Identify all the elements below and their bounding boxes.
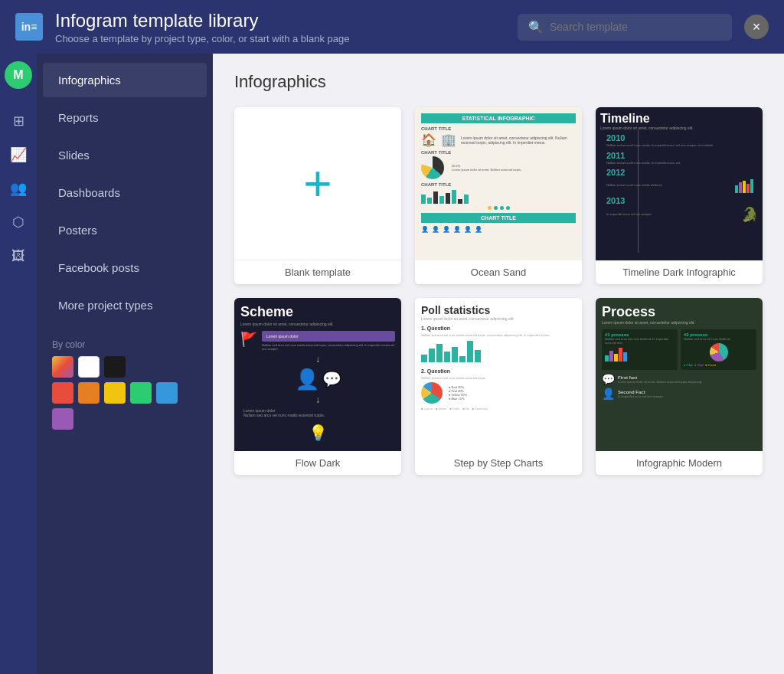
flow-dark-thumb: Scheme Lorem ipsum dolor sit amet, conse… bbox=[234, 298, 401, 451]
color-swatch-blue[interactable] bbox=[156, 382, 178, 404]
timeline-dark-label: Timeline Dark Infographic bbox=[596, 260, 763, 284]
timeline-dark-thumb: Timeline Lorem ipsum dolor sit amet, con… bbox=[596, 107, 763, 260]
svg-rect-2 bbox=[743, 181, 746, 193]
chart-icon[interactable]: 📈 bbox=[5, 141, 32, 168]
color-swatch-purple[interactable] bbox=[52, 408, 74, 430]
category-facebook-posts[interactable]: Facebook posts bbox=[43, 250, 207, 285]
color-swatch-green[interactable] bbox=[130, 382, 152, 404]
poll-stats-label: Step by Step Charts bbox=[415, 451, 582, 475]
color-swatch-yellow[interactable] bbox=[104, 382, 126, 404]
template-infographic-modern[interactable]: Process Lorem ipsum dolor sit amet, cons… bbox=[596, 298, 763, 475]
poll-stats-thumb: Poll statistics Lorem ipsum dolor sit am… bbox=[415, 298, 582, 451]
users-icon[interactable]: 👥 bbox=[5, 175, 32, 202]
infographic-modern-label: Infographic Modern bbox=[596, 451, 763, 475]
header-title-block: Infogram template library Choose a templ… bbox=[55, 10, 505, 44]
color-swatch-gradient[interactable] bbox=[52, 356, 74, 378]
image-icon[interactable]: 🖼 bbox=[5, 242, 32, 270]
close-button[interactable]: × bbox=[744, 15, 769, 39]
color-section-label: By color bbox=[52, 339, 198, 350]
content-title: Infographics bbox=[234, 72, 763, 92]
color-swatch-orange[interactable] bbox=[78, 382, 100, 404]
template-timeline-dark[interactable]: Timeline Lorem ipsum dolor sit amet, con… bbox=[596, 107, 763, 284]
ocean-sand-label: Ocean Sand bbox=[415, 260, 582, 284]
color-filter-section: By color bbox=[37, 330, 213, 443]
ocean-sand-preview: STATISTICAL INFOGRAPHIC CHART TITLE 🏠 🏢 … bbox=[415, 107, 582, 260]
category-sidebar: Infographics Reports Slides Dashboards P… bbox=[37, 54, 213, 674]
svg-rect-0 bbox=[735, 185, 738, 193]
poll-stats-preview: Poll statistics Lorem ipsum dolor sit am… bbox=[415, 298, 582, 451]
svg-rect-1 bbox=[739, 182, 742, 193]
blank-label: Blank template bbox=[234, 260, 401, 284]
color-row-1 bbox=[52, 356, 198, 378]
blank-thumb: + bbox=[234, 107, 401, 260]
search-bar[interactable]: 🔍 bbox=[518, 14, 732, 41]
template-blank[interactable]: + Blank template bbox=[234, 107, 401, 284]
category-more-project-types[interactable]: More project types bbox=[43, 288, 207, 322]
infographic-modern-preview: Process Lorem ipsum dolor sit amet, cons… bbox=[596, 298, 763, 451]
category-dashboards[interactable]: Dashboards bbox=[43, 175, 207, 210]
ocean-sand-thumb: STATISTICAL INFOGRAPHIC CHART TITLE 🏠 🏢 … bbox=[415, 107, 582, 260]
infographic-modern-thumb: Process Lorem ipsum dolor sit amet, cons… bbox=[596, 298, 763, 451]
color-row-2 bbox=[52, 382, 198, 430]
flow-dark-label: Flow Dark bbox=[234, 451, 401, 475]
icon-sidebar: M ⊞ 📈 👥 ⬡ 🖼 bbox=[0, 54, 37, 674]
flow-dark-preview: Scheme Lorem ipsum dolor sit amet, conse… bbox=[234, 298, 401, 451]
app-logo: in≡ bbox=[15, 13, 43, 41]
color-swatch-black[interactable] bbox=[104, 356, 126, 378]
main-layout: M ⊞ 📈 👥 ⬡ 🖼 Infographics Reports Slides … bbox=[0, 54, 784, 674]
search-icon: 🔍 bbox=[528, 20, 544, 34]
template-flow-dark[interactable]: Scheme Lorem ipsum dolor sit amet, conse… bbox=[234, 298, 401, 475]
timeline-dark-preview: Timeline Lorem ipsum dolor sit amet, con… bbox=[596, 107, 763, 260]
app-title: Infogram template library bbox=[55, 10, 505, 31]
svg-rect-3 bbox=[746, 184, 750, 193]
svg-rect-4 bbox=[750, 179, 753, 193]
color-swatch-white[interactable] bbox=[78, 356, 100, 378]
template-poll-stats[interactable]: Poll statistics Lorem ipsum dolor sit am… bbox=[415, 298, 582, 475]
content-area: Infographics + Blank template STATISTICA… bbox=[213, 54, 784, 674]
home-icon[interactable]: ⊞ bbox=[5, 107, 32, 135]
cube-icon[interactable]: ⬡ bbox=[5, 208, 32, 236]
category-slides[interactable]: Slides bbox=[43, 138, 207, 172]
template-grid: + Blank template STATISTICAL INFOGRAPHIC… bbox=[234, 107, 763, 475]
search-input[interactable] bbox=[550, 21, 721, 33]
avatar[interactable]: M bbox=[5, 61, 32, 89]
plus-icon: + bbox=[303, 159, 332, 208]
template-ocean-sand[interactable]: STATISTICAL INFOGRAPHIC CHART TITLE 🏠 🏢 … bbox=[415, 107, 582, 284]
category-infographics[interactable]: Infographics bbox=[43, 63, 207, 97]
header: in≡ Infogram template library Choose a t… bbox=[0, 0, 784, 54]
color-swatch-red[interactable] bbox=[52, 382, 74, 404]
category-reports[interactable]: Reports bbox=[43, 100, 207, 135]
category-posters[interactable]: Posters bbox=[43, 213, 207, 247]
app-subtitle: Choose a template by project type, color… bbox=[55, 33, 505, 44]
